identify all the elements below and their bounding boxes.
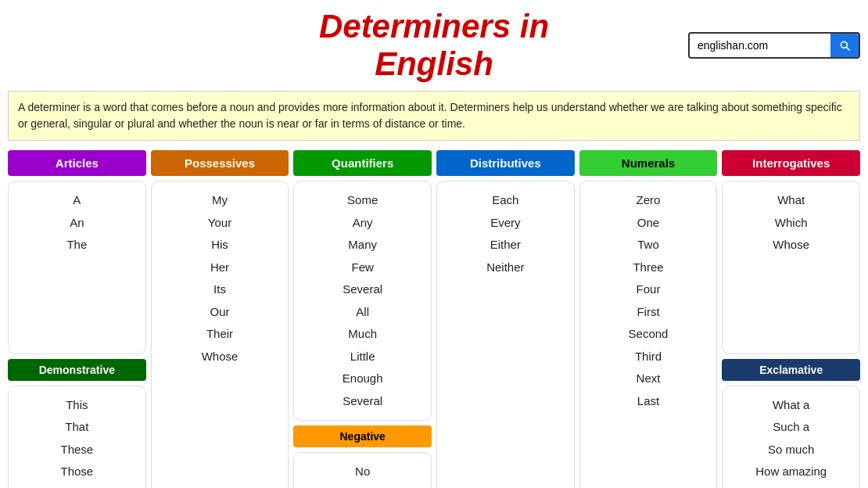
list-item: Her — [156, 257, 284, 279]
list-item: Your — [156, 212, 284, 235]
distributives-word-card: Each Every Either Neither — [436, 181, 575, 488]
list-item: Their — [156, 323, 284, 346]
articles-word-card: A An The — [8, 181, 146, 354]
list-item: Four — [585, 278, 712, 301]
possessives-word-card: My Your His Her Its Our Their Whose — [151, 181, 289, 488]
search-box — [688, 32, 860, 59]
list-item: These — [13, 439, 141, 461]
list-item: None of — [299, 483, 426, 489]
list-item: An — [13, 212, 141, 235]
columns-container: Articles A An The Demonstrative This Tha… — [8, 150, 860, 488]
search-button[interactable] — [830, 34, 859, 57]
list-item: Few — [299, 257, 426, 279]
interrogatives-word-card: What Which Whose — [722, 181, 860, 354]
cat-header-possessives: Possessives — [151, 150, 289, 176]
list-item: Neither — [442, 257, 569, 279]
numerals-word-card: Zero One Two Three Four First Second Thi… — [579, 181, 718, 488]
list-item: Such a — [727, 416, 855, 439]
list-item: Several — [299, 390, 426, 413]
list-item: Third — [585, 346, 712, 368]
list-item: Which — [727, 212, 855, 235]
list-item: One — [585, 212, 712, 235]
list-item: Little — [299, 346, 426, 368]
header: Determiners in English — [8, 8, 860, 83]
column-possessives: Possessives My Your His Her Its Our Thei… — [151, 150, 289, 488]
list-item: His — [156, 234, 284, 257]
column-quantifiers: Quantifiers Some Any Many Few Several Al… — [293, 150, 432, 488]
list-item: Second — [585, 323, 712, 346]
column-distributives: Distributives Each Every Either Neither — [436, 150, 575, 488]
column-interrogatives: Interrogatives What Which Whose Exclamat… — [722, 150, 860, 488]
list-item: This — [13, 394, 141, 417]
list-item: Each — [442, 189, 569, 212]
page-title: Determiners in English — [292, 8, 576, 83]
list-item: What a — [727, 394, 855, 417]
list-item: Enough — [299, 368, 426, 390]
list-item: Two — [585, 234, 712, 257]
sub-header-negative: Negative — [293, 425, 432, 447]
list-item: First — [585, 301, 712, 324]
list-item: A — [13, 189, 141, 212]
list-item: Every — [442, 212, 569, 235]
list-item: Those — [13, 461, 141, 483]
sub-header-exclamative: Exclamative — [722, 359, 860, 381]
list-item: What — [727, 189, 855, 212]
search-icon — [838, 39, 851, 52]
list-item: Some — [299, 189, 426, 212]
list-item: All — [299, 301, 426, 324]
list-item: Many — [299, 234, 426, 257]
negative-word-card: No None of Neither Nobody — [293, 452, 432, 488]
search-input[interactable] — [690, 34, 830, 56]
list-item: No — [299, 461, 426, 483]
list-item: So much — [727, 439, 855, 461]
list-item: The — [13, 234, 141, 257]
list-item: Either — [442, 234, 569, 257]
list-item: How amazing — [727, 461, 855, 483]
exclamative-word-card: What a Such a So much How amazing — [722, 386, 860, 489]
quantifiers-word-card: Some Any Many Few Several All Much Littl… — [293, 181, 432, 421]
column-articles: Articles A An The Demonstrative This Tha… — [8, 150, 146, 488]
cat-header-distributives: Distributives — [436, 150, 575, 176]
list-item: My — [156, 189, 284, 212]
cat-header-interrogatives: Interrogatives — [722, 150, 860, 176]
list-item: Next — [585, 368, 712, 390]
list-item: Several — [299, 278, 426, 301]
list-item: Much — [299, 323, 426, 346]
list-item: That — [13, 416, 141, 439]
list-item: Whose — [156, 346, 284, 368]
list-item: Three — [585, 257, 712, 279]
list-item: Zero — [585, 189, 712, 212]
demonstrative-word-card: This That These Those — [8, 386, 146, 489]
description-text: A determiner is a word that comes before… — [18, 101, 842, 130]
list-item: Any — [299, 212, 426, 235]
cat-header-quantifiers: Quantifiers — [293, 150, 432, 176]
cat-header-articles: Articles — [8, 150, 146, 176]
page-wrapper: Determiners in English A determiner is a… — [0, 0, 868, 488]
list-item: Last — [585, 390, 712, 413]
list-item: Whose — [727, 234, 855, 257]
column-numerals: Numerals Zero One Two Three Four First S… — [579, 150, 718, 488]
cat-header-numerals: Numerals — [579, 150, 718, 176]
sub-header-demonstrative: Demonstrative — [8, 359, 146, 381]
description-box: A determiner is a word that comes before… — [8, 91, 860, 141]
list-item: Our — [156, 301, 284, 324]
list-item: Its — [156, 278, 284, 301]
